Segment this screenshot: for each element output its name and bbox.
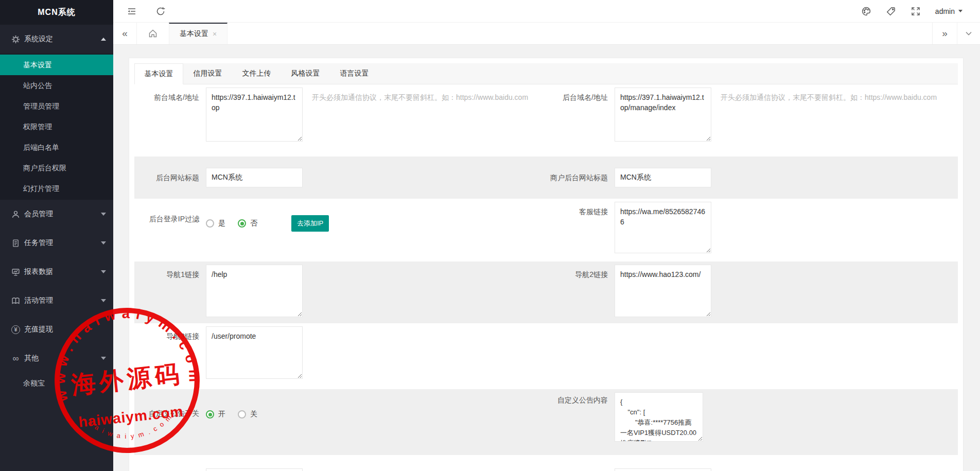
ip-filter-yes-radio[interactable] — [206, 219, 214, 228]
tab-language-settings[interactable]: 语言设置 — [330, 63, 379, 84]
icp-input[interactable] — [206, 468, 303, 471]
document-icon — [11, 239, 20, 248]
settings-card: 基本设置 信用设置 文件上传 风格设置 语言设置 前台域名/地址 https:/… — [129, 58, 964, 471]
sidebar-item-recharge-withdraw[interactable]: ¥ 充值提现 — [0, 315, 113, 344]
sidebar-item-other[interactable]: ∞ 其他 — [0, 344, 113, 373]
notice-off-label: 关 — [250, 410, 257, 419]
chevron-down-icon — [101, 241, 106, 245]
sidebar-nav: 系统设定 基本设置 站内公告 管理员管理 权限管理 后端白名单 商户后台权限 幻… — [0, 25, 113, 393]
sidebar-item-label: 系统设定 — [24, 34, 101, 44]
tag-icon[interactable] — [886, 6, 896, 16]
ip-filter-label: 后台登录IP过滤 — [134, 199, 199, 261]
row-notice: 自定义公告开关 开 关 自定义公告内容 — [134, 389, 958, 455]
front-domain-hint: 开头必须加通信协议，末尾不要留斜杠。如：https://www.baidu.co… — [312, 88, 528, 102]
username: admin — [935, 7, 955, 15]
row-ip-filter: 后台登录IP过滤 是 否 去添加IP 客服链接 — [134, 199, 958, 261]
notice-on-label: 开 — [218, 410, 225, 419]
ip-filter-no-radio[interactable] — [238, 219, 246, 228]
book-icon — [11, 296, 20, 305]
nav1-textarea[interactable]: /help — [206, 265, 303, 317]
theme-palette-icon[interactable] — [861, 6, 871, 16]
sidebar-item-backend-whitelist[interactable]: 后端白名单 — [0, 137, 113, 158]
row-nav12: 导航1链接 /help 导航2链接 https://www.hao123.com… — [134, 261, 958, 323]
topbar-right: admin — [861, 6, 980, 16]
notice-off-radio[interactable] — [238, 410, 246, 418]
nav2-label: 导航2链接 — [546, 261, 608, 323]
sidebar-item-merchant-backend-permission[interactable]: 商户后台权限 — [0, 158, 113, 178]
sidebar-item-permission-management[interactable]: 权限管理 — [0, 116, 113, 137]
admin-title-label: 后台网站标题 — [134, 172, 199, 183]
sidebar-item-basic-settings[interactable]: 基本设置 — [0, 55, 113, 75]
sidebar-item-label: 报表数据 — [24, 267, 101, 276]
sidebar-item-member-management[interactable]: 会员管理 — [0, 200, 113, 229]
sidebar-item-task-management[interactable]: 任务管理 — [0, 229, 113, 257]
sidebar-submenu-system: 基本设置 站内公告 管理员管理 权限管理 后端白名单 商户后台权限 幻灯片管理 — [0, 54, 113, 200]
sidebar-item-report-data[interactable]: 报表数据 — [0, 257, 113, 286]
settings-form: 前台域名/地址 https://397.1.haiwaiym12.top 开头必… — [129, 84, 963, 471]
nav1-label: 导航1链接 — [134, 261, 199, 323]
ip-filter-no-label: 否 — [250, 219, 257, 228]
chevron-down-icon — [965, 29, 973, 38]
nav3-textarea[interactable]: /user/promote — [206, 326, 303, 379]
home-icon — [148, 28, 158, 39]
back-domain-textarea[interactable]: https://397.1.haiwaiym12.top/manage/inde… — [615, 88, 711, 142]
back-domain-hint: 开头必须加通信协议，末尾不要留斜杠。如：https://www.baidu.co… — [721, 88, 937, 102]
sidebar: MCN系统 系统设定 基本设置 站内公告 管理员管理 权 — [0, 0, 113, 471]
sidebar-item-label: 充值提现 — [24, 325, 106, 334]
nav2-textarea[interactable]: https://www.hao123.com/ — [615, 265, 711, 317]
notice-content-textarea[interactable]: { "cn": [ "恭喜:****7756推薦一名VIP1獲得USDT20.0… — [615, 392, 703, 442]
tabs-scroll-left-button[interactable]: « — [113, 23, 137, 44]
yen-circle-icon: ¥ — [11, 325, 20, 334]
tab-credit-settings[interactable]: 信用设置 — [183, 63, 232, 84]
user-menu[interactable]: admin — [935, 7, 962, 15]
topbar-left — [113, 6, 166, 16]
tab-basic-settings[interactable]: 基本设置 — [134, 63, 183, 84]
sidebar-item-activity-management[interactable]: 活动管理 — [0, 286, 113, 315]
row-nav3: 导航3链接 /user/promote — [134, 323, 958, 389]
open-tab-basic-settings[interactable]: 基本设置 × — [169, 23, 227, 44]
admin-title-input[interactable] — [206, 168, 303, 187]
chevron-down-icon — [958, 10, 962, 12]
close-icon[interactable]: × — [213, 30, 217, 38]
user-icon — [11, 210, 20, 219]
row-icp-hotline: 备案号 服务热线 — [134, 455, 958, 471]
row-domains: 前台域名/地址 https://397.1.haiwaiym12.top 开头必… — [134, 84, 958, 156]
front-domain-label: 前台域名/地址 — [134, 84, 199, 156]
gear-icon — [11, 35, 20, 44]
row-site-titles: 后台网站标题 商户后台网站标题 — [134, 156, 958, 199]
topbar: admin — [113, 0, 980, 23]
notice-on-radio[interactable] — [206, 410, 214, 418]
sidebar-item-yuebao[interactable]: 余额宝 — [0, 373, 113, 393]
sidebar-item-site-notice[interactable]: 站内公告 — [0, 75, 113, 96]
hotline-input[interactable] — [615, 468, 711, 471]
fullscreen-icon[interactable] — [911, 6, 921, 16]
sidebar-item-label: 活动管理 — [24, 296, 101, 305]
chevron-down-icon — [101, 213, 106, 216]
tab-style-settings[interactable]: 风格设置 — [281, 63, 330, 84]
refresh-icon[interactable] — [155, 6, 166, 16]
merchant-title-input[interactable] — [615, 168, 711, 187]
front-domain-textarea[interactable]: https://397.1.haiwaiym12.top — [206, 88, 303, 142]
presentation-chart-icon — [11, 268, 20, 276]
infinity-link-icon: ∞ — [11, 354, 20, 363]
content-area: 基本设置 信用设置 文件上传 风格设置 语言设置 前台域名/地址 https:/… — [113, 45, 980, 471]
home-tab[interactable] — [137, 23, 169, 44]
tabs-scroll-right-button[interactable]: » — [932, 23, 957, 44]
tab-label: 基本设置 — [180, 29, 208, 39]
sidebar-item-system-settings[interactable]: 系统设定 — [0, 25, 113, 54]
ip-filter-yes-label: 是 — [218, 219, 225, 228]
chevron-down-icon — [101, 270, 106, 273]
add-ip-button[interactable]: 去添加IP — [291, 215, 329, 232]
sidebar-item-admin-management[interactable]: 管理员管理 — [0, 96, 113, 116]
sidebar-item-slideshow-management[interactable]: 幻灯片管理 — [0, 178, 113, 199]
main-area: admin « 基本设置 × » 基本设置 信用设置 — [113, 0, 980, 471]
settings-tabs: 基本设置 信用设置 文件上传 风格设置 语言设置 — [134, 63, 958, 84]
menu-collapse-icon[interactable] — [127, 6, 137, 16]
tabs-menu-button[interactable] — [957, 23, 980, 44]
service-link-textarea[interactable]: https://wa.me/85265827466 — [615, 202, 711, 253]
tab-file-upload[interactable]: 文件上传 — [232, 63, 281, 84]
sidebar-item-label: 任务管理 — [24, 238, 101, 248]
tabbar-spacer — [227, 23, 932, 44]
nav3-label: 导航3链接 — [134, 323, 199, 389]
notice-switch-label: 自定义公告开关 — [134, 389, 199, 455]
